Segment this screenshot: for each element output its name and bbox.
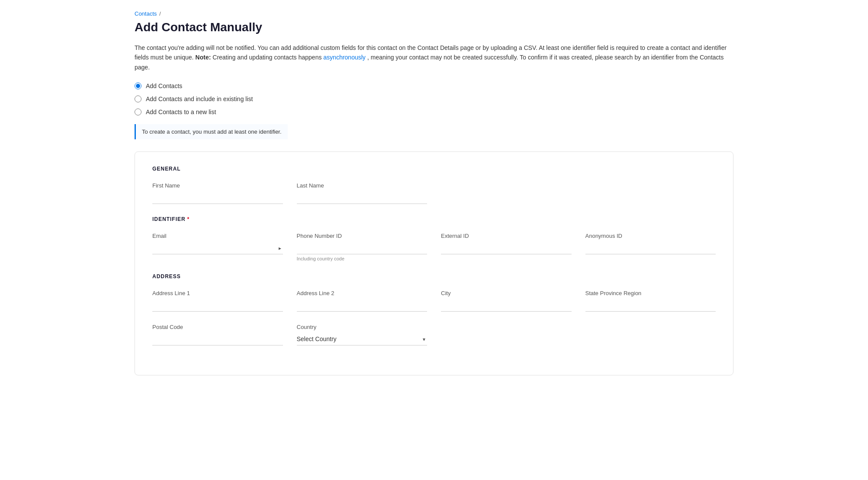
identifier-section: IDENTIFIER* Email ▸ Phone Number ID Incl… [152, 216, 716, 261]
spacer-addr-3 [441, 324, 572, 345]
phone-number-id-input[interactable] [297, 242, 427, 254]
email-input[interactable] [152, 242, 283, 254]
phone-number-id-field: Phone Number ID Including country code [297, 233, 427, 261]
address-line-2-label: Address Line 2 [297, 290, 427, 296]
city-label: City [441, 290, 572, 296]
address-section-title: ADDRESS [152, 273, 716, 279]
state-province-region-input[interactable] [585, 299, 716, 312]
first-name-label: First Name [152, 182, 283, 189]
country-label: Country [297, 324, 427, 330]
external-id-input[interactable] [441, 242, 572, 254]
last-name-field: Last Name [297, 182, 427, 204]
postal-code-label: Postal Code [152, 324, 283, 330]
required-indicator: * [187, 216, 190, 222]
info-box: To create a contact, you must add at lea… [135, 124, 288, 139]
city-field: City [441, 290, 572, 312]
radio-add-contacts-new-list-label: Add Contacts to a new list [146, 108, 216, 115]
address-row-2: Postal Code Country Select Country Unite… [152, 324, 716, 345]
anonymous-id-field: Anonymous ID [585, 233, 716, 261]
radio-add-contacts-list[interactable]: Add Contacts and include in existing lis… [135, 95, 733, 102]
address-line-1-label: Address Line 1 [152, 290, 283, 296]
address-row-1: Address Line 1 Address Line 2 City State… [152, 290, 716, 312]
postal-code-input[interactable] [152, 333, 283, 345]
spacer-1 [441, 182, 572, 204]
radio-add-contacts-new-list[interactable]: Add Contacts to a new list [135, 108, 733, 115]
identifier-section-title: IDENTIFIER* [152, 216, 716, 222]
spacer-2 [585, 182, 716, 204]
identifier-fields-row: Email ▸ Phone Number ID Including countr… [152, 233, 716, 261]
address-line-1-field: Address Line 1 [152, 290, 283, 312]
address-line-2-input[interactable] [297, 299, 427, 312]
radio-add-contacts[interactable]: Add Contacts [135, 82, 733, 89]
breadcrumb-separator: / [159, 10, 161, 17]
city-input[interactable] [441, 299, 572, 312]
radio-add-contacts-list-label: Add Contacts and include in existing lis… [146, 95, 253, 102]
general-section: GENERAL First Name Last Name [152, 166, 716, 204]
radio-add-contacts-new-list-input[interactable] [135, 108, 141, 115]
email-label: Email [152, 233, 283, 239]
radio-add-contacts-input[interactable] [135, 82, 141, 89]
anonymous-id-input[interactable] [585, 242, 716, 254]
external-id-label: External ID [441, 233, 572, 239]
breadcrumb: Contacts / [135, 10, 733, 17]
async-link[interactable]: asynchronously [323, 54, 365, 61]
first-name-field: First Name [152, 182, 283, 204]
external-id-field: External ID [441, 233, 572, 261]
postal-code-field: Postal Code [152, 324, 283, 345]
phone-sub-label: Including country code [297, 256, 427, 261]
general-fields-row: First Name Last Name [152, 182, 716, 204]
last-name-label: Last Name [297, 182, 427, 189]
email-field: Email ▸ [152, 233, 283, 261]
address-line-2-field: Address Line 2 [297, 290, 427, 312]
country-field: Country Select Country United States Uni… [297, 324, 427, 345]
anonymous-id-label: Anonymous ID [585, 233, 716, 239]
email-icon: ▸ [279, 245, 281, 251]
radio-group: Add Contacts Add Contacts and include in… [135, 82, 733, 115]
country-select-wrapper: Select Country United States United King… [297, 333, 427, 345]
last-name-input[interactable] [297, 191, 427, 204]
breadcrumb-link[interactable]: Contacts [135, 10, 157, 17]
first-name-input[interactable] [152, 191, 283, 204]
form-card: GENERAL First Name Last Name IDENTIFIER* [135, 151, 733, 375]
address-line-1-input[interactable] [152, 299, 283, 312]
state-province-region-label: State Province Region [585, 290, 716, 296]
address-section: ADDRESS Address Line 1 Address Line 2 Ci… [152, 273, 716, 345]
spacer-addr-4 [585, 324, 716, 345]
phone-number-id-label: Phone Number ID [297, 233, 427, 239]
radio-add-contacts-label: Add Contacts [146, 82, 182, 89]
description: The contact you're adding will not be no… [135, 43, 733, 72]
state-province-region-field: State Province Region [585, 290, 716, 312]
email-input-wrapper: ▸ [152, 242, 283, 254]
general-section-title: GENERAL [152, 166, 716, 172]
page-title: Add Contact Manually [135, 20, 733, 34]
radio-add-contacts-list-input[interactable] [135, 95, 141, 102]
info-message: To create a contact, you must add at lea… [142, 128, 282, 135]
country-select[interactable]: Select Country United States United King… [297, 333, 427, 345]
